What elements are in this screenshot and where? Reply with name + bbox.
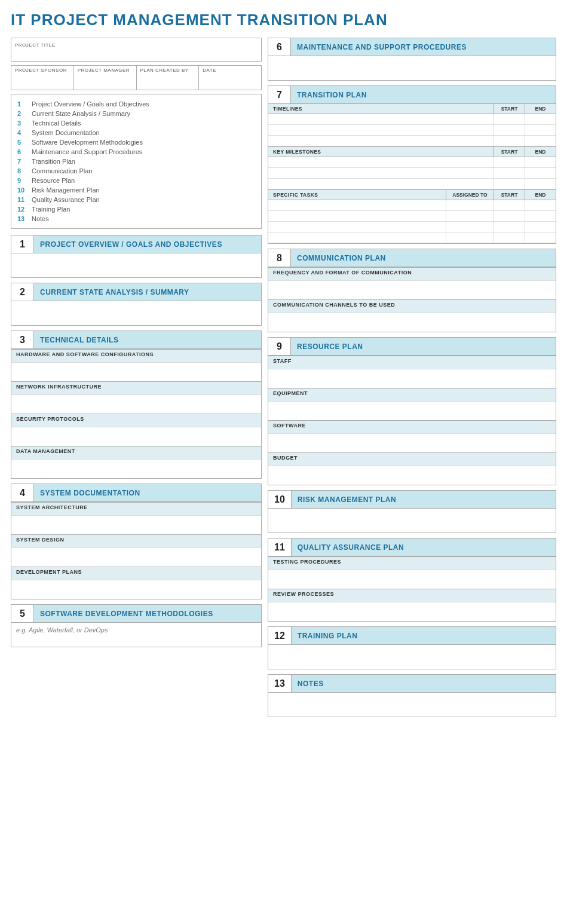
sub-section-label-right: COMMUNICATION CHANNELS TO BE USED <box>268 299 556 313</box>
section-title-4: SYSTEM DOCUMENTATION <box>34 487 146 500</box>
toc-num: 11 <box>17 196 28 203</box>
left-column: PROJECT TITLE PROJECT SPONSOR PROJECT MA… <box>11 38 262 722</box>
toc-num: 3 <box>17 120 28 127</box>
section-num-9-right: 9 <box>268 338 291 355</box>
sub-section-label-right: SOFTWARE <box>268 420 556 433</box>
section-1-body <box>11 253 261 277</box>
section-5-header: 5 SOFTWARE DEVELOPMENT METHODOLOGIES <box>11 605 261 623</box>
project-title-label: PROJECT TITLE <box>15 42 56 48</box>
sub-section-label: SYSTEM ARCHITECTURE <box>11 502 261 515</box>
toc-label: Project Overview / Goals and Objectives <box>32 100 149 108</box>
section-title-9-right: RESOURCE PLAN <box>291 340 369 353</box>
section-4-header: 4 SYSTEM DOCUMENTATION <box>11 484 261 502</box>
section-8-block-right: 8 COMMUNICATION PLAN FREQUENCY AND FORMA… <box>268 249 556 332</box>
sub-body-right <box>268 280 556 299</box>
manager-label: PROJECT MANAGER <box>78 68 133 73</box>
section-num-6-right: 6 <box>268 38 291 56</box>
toc-label: Quality Assurance Plan <box>32 196 100 203</box>
section-12-header-right: 12 TRAINING PLAN <box>268 627 556 645</box>
section-title-13-right: NOTES <box>292 677 330 690</box>
section-num-5: 5 <box>11 605 34 622</box>
sub-body-right <box>268 466 556 485</box>
section-10-block-right: 10 RISK MANAGEMENT PLAN <box>268 490 556 533</box>
meta-info-row: PROJECT SPONSOR PROJECT MANAGER PLAN CRE… <box>11 65 262 90</box>
section-title-8-right: COMMUNICATION PLAN <box>291 252 392 265</box>
sub-section-label-right: STAFF <box>268 356 556 369</box>
sub-section-label-right: EQUIPMENT <box>268 388 556 401</box>
milestones-header: KEY MILESTONES START END <box>268 146 556 157</box>
sub-body <box>11 459 261 478</box>
toc-label: Maintenance and Support Procedures <box>32 148 142 155</box>
sub-section-label-right: REVIEW PROCESSES <box>268 589 556 602</box>
section-7-block-right: 7 TRANSITION PLAN TIMELINES START END KE… <box>268 85 556 244</box>
toc-item-6: 6Maintenance and Support Procedures <box>17 147 255 157</box>
section-num-4: 4 <box>11 484 34 501</box>
created-by-cell: PLAN CREATED BY <box>137 66 200 90</box>
section-6-header-right: 6 MAINTENANCE AND SUPPORT PROCEDURES <box>268 38 556 56</box>
sub-body <box>11 394 261 414</box>
toc-label: Resource Plan <box>32 177 75 184</box>
section-2-body <box>11 301 261 325</box>
toc-num: 9 <box>17 177 28 184</box>
start-label: START <box>494 104 525 114</box>
section-num-2: 2 <box>11 283 34 301</box>
ms-start-label: START <box>494 147 525 157</box>
milestones-row <box>268 179 556 189</box>
section-11-block-right: 11 QUALITY ASSURANCE PLAN TESTING PROCED… <box>268 538 556 622</box>
sub-section-label: DEVELOPMENT PLANS <box>11 567 261 580</box>
tasks-row <box>268 200 556 211</box>
toc-item-1: 1Project Overview / Goals and Objectives <box>17 99 255 109</box>
sponsor-label: PROJECT SPONSOR <box>15 68 70 73</box>
st-start-label: START <box>494 190 525 200</box>
sub-body-right <box>268 602 556 621</box>
toc-num: 6 <box>17 148 28 155</box>
toc-num: 2 <box>17 110 28 117</box>
milestones-row <box>268 168 556 179</box>
toc-num: 4 <box>17 129 28 136</box>
section-9-header-right: 9 RESOURCE PLAN <box>268 338 556 356</box>
tasks-header: SPECIFIC TASKS ASSIGNED TO START END <box>268 189 556 200</box>
section-num-8-right: 8 <box>268 249 291 267</box>
sub-section-label: SYSTEM DESIGN <box>11 534 261 547</box>
section-12-block-right: 12 TRAINING PLAN <box>268 626 556 669</box>
timelines-row <box>268 125 556 136</box>
toc-label: Communication Plan <box>32 167 93 175</box>
toc-label: System Documentation <box>32 129 100 136</box>
timelines-label: TIMELINES <box>268 104 494 114</box>
section-3-block: 3 TECHNICAL DETAILS HARDWARE AND SOFTWAR… <box>11 331 262 479</box>
date-label: DATE <box>203 68 258 73</box>
toc-item-10: 10Risk Management Plan <box>17 185 255 195</box>
section-2-block: 2 CURRENT STATE ANALYSIS / SUMMARY <box>11 283 262 326</box>
toc-item-11: 11Quality Assurance Plan <box>17 195 255 204</box>
toc-num: 1 <box>17 100 28 108</box>
section-12-body-right <box>268 645 556 669</box>
sub-body-right <box>268 401 556 420</box>
end-label: END <box>525 104 556 114</box>
section-10-body-right <box>268 509 556 533</box>
sub-section-label-right: BUDGET <box>268 452 556 466</box>
milestones-label: KEY MILESTONES <box>268 147 494 157</box>
section-title-12-right: TRAINING PLAN <box>292 629 364 642</box>
toc-label: Transition Plan <box>32 158 75 165</box>
section-title-6-right: MAINTENANCE AND SUPPORT PROCEDURES <box>291 41 473 54</box>
assigned-label: ASSIGNED TO <box>446 190 494 200</box>
sub-body <box>11 547 261 567</box>
section-7-header-right: 7 TRANSITION PLAN <box>268 86 556 104</box>
section-1-header: 1 PROJECT OVERVIEW / GOALS AND OBJECTIVE… <box>11 235 261 253</box>
section-6-block-right: 6 MAINTENANCE AND SUPPORT PROCEDURES <box>268 38 556 81</box>
section-num-3: 3 <box>11 331 34 348</box>
right-column: 6 MAINTENANCE AND SUPPORT PROCEDURES 7 T… <box>268 38 556 722</box>
section-title-2: CURRENT STATE ANALYSIS / SUMMARY <box>34 286 195 299</box>
timelines-header: TIMELINES START END <box>268 104 556 114</box>
toc-item-9: 9Resource Plan <box>17 176 255 185</box>
manager-cell: PROJECT MANAGER <box>74 66 137 90</box>
sub-section-label-right: FREQUENCY AND FORMAT OF COMMUNICATION <box>268 267 556 280</box>
sub-section-label: HARDWARE AND SOFTWARE CONFIGURATIONS <box>11 349 261 362</box>
section-title-10-right: RISK MANAGEMENT PLAN <box>292 493 402 506</box>
toc-item-2: 2Current State Analysis / Summary <box>17 109 255 118</box>
sub-body-right <box>268 313 556 332</box>
section-num-10-right: 10 <box>268 491 292 508</box>
toc-num: 13 <box>17 215 28 222</box>
timelines-row <box>268 136 556 146</box>
milestones-row <box>268 157 556 168</box>
